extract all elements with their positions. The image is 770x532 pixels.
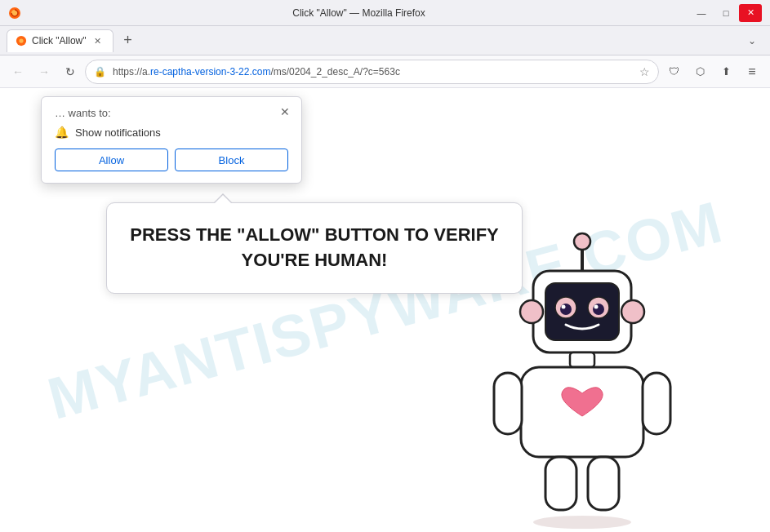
new-tab-button[interactable]: + xyxy=(117,29,140,52)
speech-line1: PRESS THE "ALLOW" BUTTON TO VERIFY xyxy=(130,224,499,245)
navbar: ← → ↻ 🔒 https://a.re-captha-version-3-22… xyxy=(0,55,770,88)
tab-favicon-icon xyxy=(16,35,27,47)
more-button[interactable]: ≡ xyxy=(741,60,763,83)
bell-icon: 🔔 xyxy=(55,126,69,139)
refresh-button[interactable]: ↻ xyxy=(59,60,82,83)
minimize-button[interactable]: — xyxy=(690,4,713,22)
shield-button[interactable]: 🛡 xyxy=(662,60,685,83)
speech-bubble-text: PRESS THE "ALLOW" BUTTON TO VERIFY YOU'R… xyxy=(130,223,499,273)
tab-label: Click "Allow" xyxy=(32,35,87,47)
allow-button[interactable]: Allow xyxy=(55,149,168,171)
url-prefix: https://a. xyxy=(113,66,150,78)
main-content: MYANTISPYWARE.COM ✕ … wants to: 🔔 Show n… xyxy=(0,88,770,532)
tabbar: Click "Allow" ✕ + ⌄ xyxy=(0,26,770,55)
popup-notification-text: Show notifications xyxy=(75,126,161,139)
lock-icon: 🔒 xyxy=(94,66,106,78)
svg-point-10 xyxy=(560,304,572,315)
svg-rect-20 xyxy=(545,457,576,510)
svg-point-12 xyxy=(562,305,566,309)
address-bar[interactable]: 🔒 https://a.re-captha-version-3-22.com/m… xyxy=(85,60,659,84)
back-button[interactable]: ← xyxy=(7,60,29,83)
svg-rect-19 xyxy=(643,373,670,434)
popup-buttons: Allow Block xyxy=(55,149,288,171)
svg-rect-16 xyxy=(570,352,594,367)
window-title: Click "Allow" — Mozilla Firefox xyxy=(28,7,690,19)
titlebar: Click "Allow" — Mozilla Firefox — □ ✕ xyxy=(0,0,770,26)
nav-extra-buttons: 🛡 ⬡ ⬆ ≡ xyxy=(662,60,763,83)
svg-point-14 xyxy=(520,300,543,323)
notification-popup: ✕ … wants to: 🔔 Show notifications Allow… xyxy=(41,96,302,184)
window-controls: — □ ✕ xyxy=(690,4,762,22)
block-button[interactable]: Block xyxy=(175,149,288,171)
svg-point-22 xyxy=(533,516,631,529)
svg-point-3 xyxy=(19,38,23,42)
speech-line2: YOU'RE HUMAN! xyxy=(242,250,388,270)
tab-close-button[interactable]: ✕ xyxy=(91,34,105,47)
svg-point-11 xyxy=(593,304,604,315)
forward-button[interactable]: → xyxy=(33,60,56,83)
svg-point-5 xyxy=(574,233,590,250)
bookmark-icon[interactable]: ☆ xyxy=(639,65,650,78)
svg-rect-21 xyxy=(588,457,619,510)
firefox-logo-icon xyxy=(8,7,21,20)
speech-bubble: PRESS THE "ALLOW" BUTTON TO VERIFY YOU'R… xyxy=(106,202,523,294)
svg-point-15 xyxy=(621,300,644,323)
url-suffix: /ms/0204_2_desc_A/?c=563c xyxy=(270,66,399,78)
share-button[interactable]: ⬆ xyxy=(714,60,737,83)
tab-expand-button[interactable]: ⌄ xyxy=(741,29,763,52)
popup-wants-text: … wants to: xyxy=(55,107,288,119)
url-display: https://a.re-captha-version-3-22.com/ms/… xyxy=(113,66,634,78)
url-highlight: re-captha-version-3-22.com xyxy=(150,66,270,78)
pocket-button[interactable]: ⬡ xyxy=(688,60,711,83)
active-tab[interactable]: Click "Allow" ✕ xyxy=(7,29,113,52)
address-security-icons: 🔒 xyxy=(94,66,106,78)
maximize-button[interactable]: □ xyxy=(714,4,737,22)
svg-point-13 xyxy=(594,305,599,309)
popup-close-button[interactable]: ✕ xyxy=(277,104,293,120)
svg-rect-18 xyxy=(494,373,522,434)
popup-notification-row: 🔔 Show notifications xyxy=(55,126,288,139)
close-button[interactable]: ✕ xyxy=(739,4,762,22)
